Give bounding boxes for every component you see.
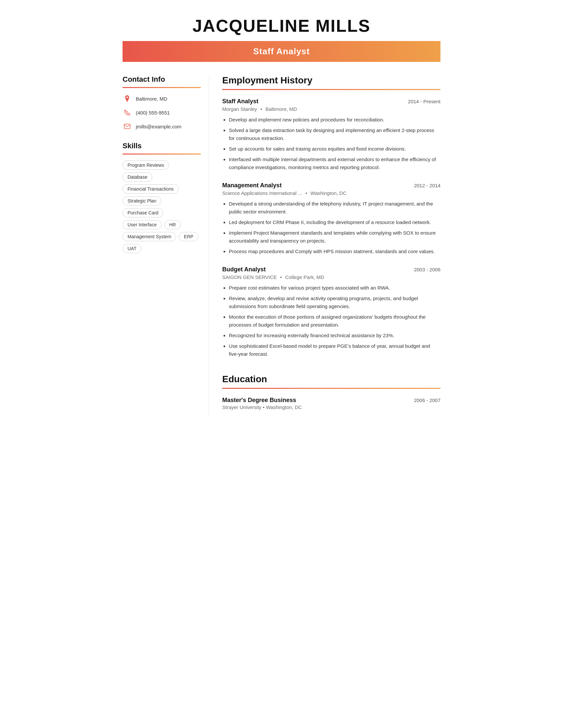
job-header: Management Analyst2012 - 2014: [222, 182, 441, 189]
svg-rect-0: [124, 124, 130, 129]
employment-section: Employment History Staff Analyst2014 - P…: [222, 75, 441, 358]
skill-tag: Database: [122, 172, 152, 182]
edu-block: Master's Degree Business2006 - 2007Stray…: [222, 397, 441, 410]
skill-tag: HR: [164, 220, 181, 229]
job-bullet-item: Develop and implement new policies and p…: [229, 116, 441, 124]
resume-page: JACQUELINE MILLS Staff Analyst Contact I…: [122, 0, 441, 443]
phone-icon: [122, 108, 132, 117]
education-section-title: Education: [222, 374, 441, 385]
job-bullet-item: Interfaced with multiple internal depart…: [229, 156, 441, 171]
job-bullets: Develop and implement new policies and p…: [222, 116, 441, 171]
skill-tag: Strategic Plan: [122, 196, 161, 205]
skills-section-title: Skills: [122, 142, 201, 150]
edu-dates: 2006 - 2007: [414, 397, 441, 403]
contact-section-title: Contact Info: [122, 75, 201, 84]
job-bullet-item: Use sophisticated Excel-based model to p…: [229, 342, 441, 358]
job-bullet-item: Developed a strong understanding of the …: [229, 200, 441, 216]
job-bullet-item: Set up accounts for sales and trasing ac…: [229, 145, 441, 153]
job-title: Management Analyst: [222, 182, 282, 189]
job-block: Staff Analyst2014 - PresentMorgan Stanle…: [222, 98, 441, 171]
location-text: Baltimore, MD: [136, 96, 167, 102]
job-bullet-item: Implement Project Management standards a…: [229, 229, 441, 245]
candidate-name: JACQUELINE MILLS: [122, 16, 441, 36]
edu-school: Strayer University • Washington, DC: [222, 404, 441, 410]
right-content: Employment History Staff Analyst2014 - P…: [209, 75, 441, 417]
skill-tag: User Interface: [122, 220, 162, 229]
job-header: Budget Analyst2003 - 2006: [222, 266, 441, 273]
main-layout: Contact Info Baltimore, MD: [122, 75, 441, 417]
education-section: Education Master's Degree Business2006 -…: [222, 374, 441, 410]
phone-text: (400) 555-9551: [136, 110, 170, 115]
skill-tag: Program Reviews: [122, 160, 169, 170]
job-header: Staff Analyst2014 - Present: [222, 98, 441, 105]
employment-divider: [222, 89, 441, 90]
sidebar: Contact Info Baltimore, MD: [122, 75, 209, 417]
job-dates: 2012 - 2014: [414, 183, 441, 188]
job-bullet-item: Recognized for increasing externally fin…: [229, 332, 441, 340]
skills-section: Skills Program ReviewsDatabaseFinancial …: [122, 142, 201, 253]
job-block: Budget Analyst2003 - 2006SAIGON GEN SERV…: [222, 266, 441, 358]
job-dates: 2003 - 2006: [414, 267, 441, 272]
skill-tag: Financial Transactions: [122, 184, 178, 194]
contact-email: jmills@example.com: [122, 122, 201, 131]
job-bullets: Prepare cost estimates for various proje…: [222, 284, 441, 358]
location-icon: [122, 94, 132, 103]
job-bullet-item: Prepare cost estimates for various proje…: [229, 284, 441, 292]
education-divider: [222, 388, 441, 389]
job-bullet-item: Process map procedures and Comply with H…: [229, 248, 441, 255]
job-company: SAIGON GEN SERVICE • College Park, MD: [222, 274, 441, 280]
skill-tag: UAT: [122, 244, 141, 253]
job-company: Morgan Stanley • Baltimore, MD: [222, 106, 441, 112]
edu-header: Master's Degree Business2006 - 2007: [222, 397, 441, 404]
email-text: jmills@example.com: [136, 124, 181, 129]
email-icon: [122, 122, 132, 131]
contact-section: Contact Info Baltimore, MD: [122, 75, 201, 131]
skills-tags-container: Program ReviewsDatabaseFinancial Transac…: [122, 160, 201, 253]
contact-phone: (400) 555-9551: [122, 108, 201, 117]
job-bullet-item: Monitor the execution of those portions …: [229, 313, 441, 329]
skill-tag: Management System: [122, 232, 176, 241]
job-block: Management Analyst2012 - 2014Science App…: [222, 182, 441, 255]
skills-divider: [122, 154, 201, 155]
contact-divider: [122, 87, 201, 88]
edu-degree: Master's Degree Business: [222, 397, 296, 404]
candidate-title: Staff Analyst: [253, 46, 310, 56]
skill-tag: Purchase Card: [122, 208, 163, 217]
job-title: Staff Analyst: [222, 98, 258, 105]
resume-header: JACQUELINE MILLS: [122, 0, 441, 36]
job-bullet-item: Review, analyze, develop and revise acti…: [229, 295, 441, 310]
education-list: Master's Degree Business2006 - 2007Stray…: [222, 397, 441, 410]
skill-tag: ERP: [179, 232, 198, 241]
title-bar: Staff Analyst: [122, 41, 441, 62]
contact-location: Baltimore, MD: [122, 94, 201, 103]
job-bullets: Developed a strong understanding of the …: [222, 200, 441, 255]
job-bullet-item: Led deployment for CRM Phase II, includi…: [229, 218, 441, 226]
job-company: Science Applications International ... •…: [222, 190, 441, 196]
job-dates: 2014 - Present: [408, 99, 441, 104]
job-title: Budget Analyst: [222, 266, 265, 273]
contact-list: Baltimore, MD (400) 555-9551: [122, 94, 201, 131]
employment-section-title: Employment History: [222, 75, 441, 86]
job-bullet-item: Solved a large data extraction task by d…: [229, 126, 441, 142]
jobs-list: Staff Analyst2014 - PresentMorgan Stanle…: [222, 98, 441, 358]
